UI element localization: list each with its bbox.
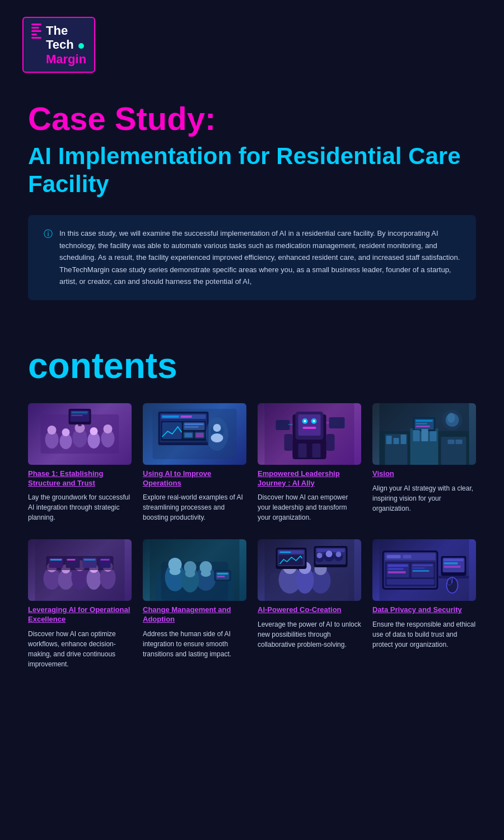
logo-text: The Tech Margin [46, 24, 86, 66]
info-box: ⓘ In this case study, we will examine th… [28, 215, 476, 300]
card-desc-change: Address the human side of AI integration… [143, 629, 246, 659]
svg-rect-138 [387, 555, 401, 558]
main-title: AI Implementation for Residential Care F… [28, 142, 476, 199]
logo-lines-icon [31, 24, 41, 39]
svg-rect-50 [276, 420, 290, 430]
svg-rect-65 [394, 438, 399, 444]
svg-rect-74 [448, 440, 455, 444]
svg-rect-24 [162, 422, 182, 439]
card-link-leadership[interactable]: Empowered Leadership Journey : AI Ally [258, 469, 361, 488]
svg-rect-45 [284, 434, 293, 451]
svg-point-9 [90, 427, 98, 435]
svg-rect-142 [388, 564, 408, 567]
svg-rect-153 [444, 562, 458, 564]
card-change: Change Management and Adoption Address t… [143, 539, 246, 669]
logo-inner: The Tech Margin [31, 24, 86, 66]
logo-line1-text: The [46, 24, 68, 38]
card-illustration-8 [372, 539, 476, 601]
logo-text-block: The Tech Margin [46, 24, 86, 66]
card-illustration-3 [258, 403, 361, 465]
card-desc-data-privacy: Ensure the responsible and ethical use o… [372, 619, 476, 650]
svg-rect-69 [430, 431, 437, 441]
svg-rect-139 [403, 555, 412, 558]
card-desc-phase1: Lay the groundwork for successful AI int… [28, 492, 132, 522]
card-illustration-1 [28, 403, 132, 465]
svg-rect-144 [388, 571, 406, 573]
svg-rect-29 [185, 433, 193, 437]
card-phase1: Phase 1: Establishing Structure and Trus… [28, 403, 132, 523]
card-data-privacy: Data Privacy and Security Ensure the res… [372, 539, 476, 669]
card-illustration-2 [143, 403, 246, 465]
svg-rect-75 [456, 440, 463, 444]
svg-point-7 [62, 428, 70, 436]
svg-rect-146 [413, 564, 433, 566]
card-image-vision [372, 403, 476, 465]
svg-rect-148 [413, 570, 430, 572]
svg-point-104 [201, 570, 211, 577]
card-link-phase1[interactable]: Phase 1: Establishing Structure and Trus… [28, 469, 132, 488]
svg-point-35 [211, 433, 223, 442]
svg-rect-16 [78, 424, 82, 426]
card-desc-leadership: Discover how AI can empower your leaders… [258, 492, 361, 522]
logo-text-row: The Tech Margin [46, 24, 86, 66]
svg-rect-152 [444, 559, 464, 561]
card-illustration-7 [258, 539, 361, 601]
logo-dot-icon [78, 43, 84, 49]
svg-point-43 [313, 420, 315, 422]
svg-rect-124 [279, 555, 303, 565]
svg-rect-51 [329, 417, 345, 428]
svg-point-133 [336, 552, 342, 557]
card-link-change[interactable]: Change Management and Adoption [143, 605, 246, 624]
card-link-operations[interactable]: Using AI to Improve Operations [143, 469, 246, 488]
info-text: In this case study, we will examine the … [59, 227, 460, 287]
svg-rect-49 [312, 444, 321, 458]
svg-rect-110 [217, 573, 228, 575]
card-link-data-privacy[interactable]: Data Privacy and Security [372, 605, 476, 615]
card-desc-vision: Align your AI strategy with a clear, ins… [372, 483, 476, 514]
logo-line3-text: Margin [46, 52, 86, 66]
svg-point-6 [48, 426, 57, 435]
card-link-vision[interactable]: Vision [372, 469, 476, 479]
logo-line-4 [31, 34, 37, 35]
svg-rect-27 [185, 426, 199, 428]
card-leadership: Empowered Leadership Journey : AI Ally D… [258, 403, 361, 523]
logo-line-2 [31, 27, 39, 29]
card-image-cocreation [258, 539, 361, 601]
card-illustration-5 [28, 539, 132, 601]
title-section: Case Study: AI Implementation for Reside… [0, 84, 504, 311]
svg-point-107 [185, 570, 195, 577]
logo-line-5 [31, 37, 41, 39]
card-desc-cocreation: Leverage the power of AI to unlock new p… [258, 619, 361, 650]
card-cocreation: AI-Powered Co-Creation Leverage the powe… [258, 539, 361, 669]
card-image-operations [143, 403, 246, 465]
svg-rect-63 [416, 426, 430, 427]
svg-rect-93 [67, 559, 76, 561]
svg-point-101 [170, 567, 181, 575]
card-illustration-4 [372, 403, 476, 465]
card-link-leveraging[interactable]: Leveraging AI for Operational Excellence [28, 605, 132, 624]
svg-rect-154 [444, 566, 461, 568]
contents-grid-row1: Phase 1: Establishing Structure and Trus… [28, 403, 476, 523]
svg-rect-143 [388, 568, 404, 570]
card-image-change [143, 539, 246, 601]
card-desc-leveraging: Discover how AI can optimize workflows, … [28, 629, 132, 669]
svg-rect-39 [298, 414, 321, 436]
svg-rect-92 [50, 559, 62, 561]
logo-line2-text: Tech [46, 38, 74, 52]
svg-point-72 [447, 413, 455, 423]
svg-rect-67 [413, 430, 420, 441]
header: The Tech Margin [0, 0, 504, 84]
svg-rect-47 [293, 440, 326, 459]
contents-grid-row2: Leveraging AI for Operational Excellence… [28, 539, 476, 669]
svg-point-131 [326, 550, 333, 557]
svg-rect-94 [84, 559, 96, 561]
card-link-cocreation[interactable]: AI-Powered Co-Creation [258, 605, 361, 615]
svg-rect-21 [162, 416, 179, 418]
logo: The Tech Margin [22, 17, 95, 73]
card-image-data-privacy [372, 539, 476, 601]
svg-point-129 [317, 553, 323, 558]
logo-line-3 [31, 30, 41, 32]
svg-rect-22 [181, 416, 192, 418]
svg-rect-48 [298, 444, 307, 458]
card-desc-operations: Explore real-world examples of AI stream… [143, 492, 246, 522]
